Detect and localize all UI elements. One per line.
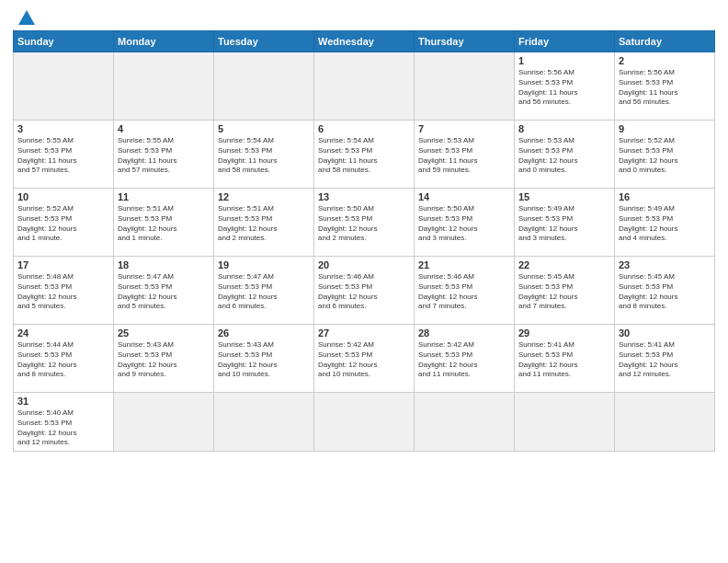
day-number: 21 (418, 259, 510, 270)
day-number: 9 (619, 123, 711, 134)
calendar-day-cell: 24Sunrise: 5:44 AM Sunset: 5:53 PM Dayli… (14, 325, 114, 393)
day-number: 26 (218, 327, 310, 339)
day-info: Sunrise: 5:43 AM Sunset: 5:53 PM Dayligh… (118, 340, 210, 380)
calendar-day-cell: 1Sunrise: 5:56 AM Sunset: 5:53 PM Daylig… (515, 52, 615, 121)
day-info: Sunrise: 5:54 AM Sunset: 5:53 PM Dayligh… (318, 136, 410, 176)
day-info: Sunrise: 5:53 AM Sunset: 5:53 PM Dayligh… (418, 136, 510, 176)
day-info: Sunrise: 5:48 AM Sunset: 5:53 PM Dayligh… (17, 272, 109, 312)
day-number: 3 (17, 123, 109, 134)
day-number: 20 (318, 259, 410, 270)
calendar-day-cell: 4Sunrise: 5:55 AM Sunset: 5:53 PM Daylig… (114, 121, 214, 189)
day-info: Sunrise: 5:56 AM Sunset: 5:53 PM Dayligh… (518, 68, 610, 108)
day-info: Sunrise: 5:43 AM Sunset: 5:53 PM Dayligh… (218, 340, 310, 380)
day-number: 29 (518, 327, 610, 339)
day-number: 25 (118, 327, 210, 339)
day-number: 5 (218, 123, 310, 134)
day-number: 11 (118, 191, 210, 202)
logo-triangle-icon (18, 10, 35, 25)
day-info: Sunrise: 5:42 AM Sunset: 5:53 PM Dayligh… (318, 340, 410, 380)
logo-area (13, 9, 35, 29)
calendar-day-cell (114, 393, 214, 452)
day-number: 23 (619, 259, 711, 270)
calendar-day-header: Monday (114, 31, 214, 52)
calendar-day-cell: 31Sunrise: 5:40 AM Sunset: 5:53 PM Dayli… (14, 393, 114, 452)
calendar-day-cell (615, 393, 715, 452)
calendar-day-cell: 8Sunrise: 5:53 AM Sunset: 5:53 PM Daylig… (515, 121, 615, 189)
calendar-day-cell: 19Sunrise: 5:47 AM Sunset: 5:53 PM Dayli… (214, 257, 314, 325)
calendar-day-cell (14, 52, 114, 121)
day-info: Sunrise: 5:56 AM Sunset: 5:53 PM Dayligh… (619, 68, 711, 108)
day-number: 14 (418, 191, 510, 202)
day-info: Sunrise: 5:55 AM Sunset: 5:53 PM Dayligh… (17, 136, 109, 176)
calendar-day-cell: 29Sunrise: 5:41 AM Sunset: 5:53 PM Dayli… (515, 325, 615, 393)
day-info: Sunrise: 5:50 AM Sunset: 5:53 PM Dayligh… (418, 204, 510, 244)
day-info: Sunrise: 5:53 AM Sunset: 5:53 PM Dayligh… (518, 136, 610, 176)
day-info: Sunrise: 5:41 AM Sunset: 5:53 PM Dayligh… (619, 340, 711, 380)
calendar-week-row: 10Sunrise: 5:52 AM Sunset: 5:53 PM Dayli… (14, 189, 715, 257)
calendar-day-cell: 12Sunrise: 5:51 AM Sunset: 5:53 PM Dayli… (214, 189, 314, 257)
day-number: 27 (318, 327, 410, 339)
page-container: SundayMondayTuesdayWednesdayThursdayFrid… (0, 0, 728, 457)
calendar-day-header: Friday (515, 31, 615, 52)
day-number: 12 (218, 191, 310, 202)
calendar-day-cell: 2Sunrise: 5:56 AM Sunset: 5:53 PM Daylig… (615, 52, 715, 121)
calendar-day-header: Thursday (415, 31, 515, 52)
day-number: 17 (17, 259, 109, 270)
calendar-day-header: Saturday (615, 31, 715, 52)
calendar-day-cell: 17Sunrise: 5:48 AM Sunset: 5:53 PM Dayli… (14, 257, 114, 325)
day-info: Sunrise: 5:42 AM Sunset: 5:53 PM Dayligh… (418, 340, 510, 380)
day-info: Sunrise: 5:49 AM Sunset: 5:53 PM Dayligh… (518, 204, 610, 244)
day-number: 10 (17, 191, 109, 202)
calendar-day-cell (515, 393, 615, 452)
calendar-day-cell (415, 393, 515, 452)
calendar-day-cell: 6Sunrise: 5:54 AM Sunset: 5:53 PM Daylig… (314, 121, 415, 189)
calendar-day-cell: 27Sunrise: 5:42 AM Sunset: 5:53 PM Dayli… (314, 325, 415, 393)
day-info: Sunrise: 5:54 AM Sunset: 5:53 PM Dayligh… (218, 136, 310, 176)
calendar-day-cell: 15Sunrise: 5:49 AM Sunset: 5:53 PM Dayli… (515, 189, 615, 257)
day-number: 4 (118, 123, 210, 134)
calendar-day-cell: 7Sunrise: 5:53 AM Sunset: 5:53 PM Daylig… (415, 121, 515, 189)
day-number: 1 (518, 55, 610, 66)
logo-icon (13, 9, 35, 29)
calendar-day-header: Wednesday (314, 31, 415, 52)
day-info: Sunrise: 5:51 AM Sunset: 5:53 PM Dayligh… (118, 204, 210, 244)
day-info: Sunrise: 5:47 AM Sunset: 5:53 PM Dayligh… (218, 272, 310, 312)
calendar-day-cell: 3Sunrise: 5:55 AM Sunset: 5:53 PM Daylig… (14, 121, 114, 189)
day-info: Sunrise: 5:51 AM Sunset: 5:53 PM Dayligh… (218, 204, 310, 244)
calendar-day-cell: 11Sunrise: 5:51 AM Sunset: 5:53 PM Dayli… (114, 189, 214, 257)
day-number: 7 (418, 123, 510, 134)
day-number: 30 (619, 327, 711, 339)
day-number: 6 (318, 123, 410, 134)
day-number: 13 (318, 191, 410, 202)
day-number: 19 (218, 259, 310, 270)
day-info: Sunrise: 5:47 AM Sunset: 5:53 PM Dayligh… (118, 272, 210, 312)
calendar-table: SundayMondayTuesdayWednesdayThursdayFrid… (13, 30, 715, 452)
calendar-day-cell: 23Sunrise: 5:45 AM Sunset: 5:53 PM Dayli… (615, 257, 715, 325)
day-number: 2 (619, 55, 711, 66)
calendar-week-row: 1Sunrise: 5:56 AM Sunset: 5:53 PM Daylig… (14, 52, 715, 121)
calendar-day-header: Sunday (14, 31, 114, 52)
day-info: Sunrise: 5:40 AM Sunset: 5:53 PM Dayligh… (17, 408, 109, 448)
day-info: Sunrise: 5:55 AM Sunset: 5:53 PM Dayligh… (118, 136, 210, 176)
calendar-day-cell: 20Sunrise: 5:46 AM Sunset: 5:53 PM Dayli… (314, 257, 415, 325)
calendar-week-row: 3Sunrise: 5:55 AM Sunset: 5:53 PM Daylig… (14, 121, 715, 189)
calendar-day-cell: 9Sunrise: 5:52 AM Sunset: 5:53 PM Daylig… (615, 121, 715, 189)
day-info: Sunrise: 5:49 AM Sunset: 5:53 PM Dayligh… (619, 204, 711, 244)
day-info: Sunrise: 5:52 AM Sunset: 5:53 PM Dayligh… (17, 204, 109, 244)
day-number: 15 (518, 191, 610, 202)
day-info: Sunrise: 5:44 AM Sunset: 5:53 PM Dayligh… (17, 340, 109, 380)
calendar-day-cell: 16Sunrise: 5:49 AM Sunset: 5:53 PM Dayli… (615, 189, 715, 257)
day-number: 8 (518, 123, 610, 134)
svg-marker-0 (18, 10, 35, 25)
day-number: 28 (418, 327, 510, 339)
calendar-day-cell: 14Sunrise: 5:50 AM Sunset: 5:53 PM Dayli… (415, 189, 515, 257)
day-info: Sunrise: 5:41 AM Sunset: 5:53 PM Dayligh… (518, 340, 610, 380)
header (13, 9, 715, 29)
day-info: Sunrise: 5:45 AM Sunset: 5:53 PM Dayligh… (518, 272, 610, 312)
calendar-day-cell: 26Sunrise: 5:43 AM Sunset: 5:53 PM Dayli… (214, 325, 314, 393)
calendar-day-cell: 28Sunrise: 5:42 AM Sunset: 5:53 PM Dayli… (415, 325, 515, 393)
calendar-day-cell: 10Sunrise: 5:52 AM Sunset: 5:53 PM Dayli… (14, 189, 114, 257)
day-info: Sunrise: 5:46 AM Sunset: 5:53 PM Dayligh… (418, 272, 510, 312)
day-info: Sunrise: 5:50 AM Sunset: 5:53 PM Dayligh… (318, 204, 410, 244)
calendar-day-cell: 22Sunrise: 5:45 AM Sunset: 5:53 PM Dayli… (515, 257, 615, 325)
